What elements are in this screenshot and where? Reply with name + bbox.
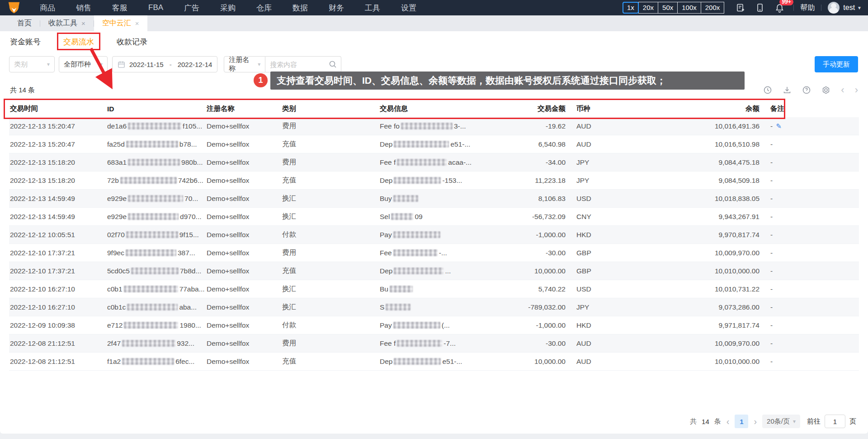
zoom-button-50x[interactable]: 50x [658, 2, 678, 14]
page-size-select[interactable]: 20条/页 ▾ [762, 415, 800, 428]
category-select[interactable]: 类别 ▾ [9, 56, 55, 72]
notifications-bell-icon[interactable]: 99+ [774, 2, 785, 13]
username: test [843, 4, 855, 12]
cell-info: Bu [379, 285, 493, 293]
id-suffix: 70... [184, 195, 198, 202]
settings-icon[interactable] [821, 86, 830, 95]
zoom-button-100x[interactable]: 100x [677, 2, 701, 14]
table-toolbar: ‹ › [763, 86, 858, 95]
id-suffix: 387... [178, 249, 195, 257]
user-menu[interactable]: test ▼ [843, 4, 862, 12]
nav-item[interactable]: 财务 [329, 3, 344, 13]
top-nav: 商品销售客服FBA广告采购仓库数据财务工具设置 1x20x50x100x200x… [0, 0, 868, 15]
cell-register-name: Demo+sellfox [206, 213, 281, 221]
total-count: 14 [702, 418, 709, 425]
nav-item[interactable]: 销售 [76, 3, 91, 13]
sellfox-logo-icon[interactable] [7, 1, 21, 14]
cell-info: Fee f-7... [379, 339, 493, 348]
help-link[interactable]: 帮助 [800, 3, 815, 13]
info-prefix: Fee [380, 249, 392, 257]
cell-register-name: Demo+sellfox [206, 140, 281, 148]
redacted-text [393, 231, 440, 238]
info-prefix: Sel [380, 213, 390, 220]
id-prefix: e712 [107, 321, 123, 329]
cell-info: Fee facaa-... [379, 158, 493, 167]
summary-bar: 共 14 条 ‹ › [10, 83, 858, 97]
zoom-button-20x[interactable]: 20x [638, 2, 658, 14]
cell-note: - [760, 303, 859, 311]
nav-item[interactable]: 采购 [220, 3, 236, 13]
info-prefix: Pay [380, 321, 392, 329]
table-row: 2022-12-10 17:37:219f9ec387...Demo+sellf… [9, 244, 859, 262]
tab-label: 收款工具 [48, 19, 77, 28]
subtab-transaction-flow[interactable]: 交易流水 [63, 37, 94, 47]
subtab-funds-account[interactable]: 资金账号 [10, 37, 41, 47]
tab-airwallex[interactable]: 空中云汇× [94, 15, 147, 31]
nav-item[interactable]: 客服 [112, 3, 127, 13]
transactions-table: 交易时间ID注册名称类别交易信息交易金额币种余额备注 2022-12-13 15… [9, 100, 859, 371]
nav-item[interactable]: 数据 [292, 3, 308, 13]
cell-balance: 10,010,000.00 [621, 267, 760, 275]
redacted-text [386, 304, 410, 310]
cell-amount: 8,106.83 [493, 195, 566, 203]
register-name-select[interactable]: 注册名称 ▾ [224, 56, 265, 72]
history-icon[interactable] [763, 86, 772, 95]
cell-id: fa25db78... [106, 140, 206, 148]
nav-item[interactable]: 广告 [184, 3, 199, 13]
cell-id: e7121980... [106, 321, 206, 329]
table-row: 2022-12-13 15:20:47fa25db78...Demo+sellf… [9, 135, 859, 153]
zoom-button-1x[interactable]: 1x [623, 2, 639, 14]
goto-page-input[interactable] [825, 415, 845, 428]
mobile-app-icon[interactable] [755, 2, 765, 13]
next-page-icon[interactable]: › [752, 418, 758, 425]
redacted-text [126, 249, 176, 256]
id-suffix: 980b... [181, 158, 203, 166]
date-range-picker[interactable]: 2022-11-15 - 2022-12-14 [112, 56, 217, 72]
current-page-button[interactable]: 1 [735, 415, 748, 428]
help-icon[interactable] [802, 86, 811, 95]
download-icon[interactable] [783, 86, 792, 95]
page-next-icon[interactable]: › [855, 86, 858, 94]
nav-item[interactable]: 工具 [365, 3, 380, 13]
tab-home[interactable]: 首页 [9, 15, 40, 31]
info-suffix: 09 [415, 213, 422, 220]
info-prefix: Pay [380, 231, 392, 239]
zoom-button-200x[interactable]: 200x [701, 2, 725, 14]
currency-select[interactable]: 全部币种 ▾ [59, 56, 108, 72]
redacted-text [128, 195, 183, 202]
cell-info: Dep... [379, 267, 493, 275]
cell-balance: 10,009,970.00 [621, 249, 760, 257]
prev-page-icon[interactable]: ‹ [725, 418, 731, 425]
cell-time: 2022-12-13 15:20:47 [9, 122, 106, 130]
manual-update-button[interactable]: 手动更新 [815, 56, 858, 72]
edit-note-icon[interactable]: ✎ [776, 122, 782, 130]
cell-info: Buy [379, 195, 493, 203]
cell-id: de1a6f105... [106, 122, 206, 130]
user-avatar[interactable] [828, 2, 840, 14]
nav-item[interactable]: 商品 [40, 3, 55, 13]
nav-item[interactable]: 设置 [401, 3, 416, 13]
feedback-form-icon[interactable] [735, 2, 746, 13]
cell-currency: HKD [566, 231, 621, 239]
date-separator: - [170, 61, 172, 68]
page-prev-icon[interactable]: ‹ [841, 86, 844, 94]
cell-amount: 10,000.00 [493, 267, 566, 275]
nav-item[interactable]: 仓库 [256, 3, 272, 13]
currency-value: 全部币种 [64, 60, 91, 69]
cell-note: - [760, 285, 859, 293]
cell-register-name: Demo+sellfox [206, 231, 281, 239]
redacted-text [401, 123, 453, 129]
subtab-collection-records[interactable]: 收款记录 [117, 37, 147, 47]
cell-type: 充值 [281, 176, 379, 185]
tab-payment-tools[interactable]: 收款工具× [40, 15, 94, 31]
close-icon[interactable]: × [81, 19, 85, 27]
table-row: 2022-12-13 15:18:20683a1980b...Demo+sell… [9, 153, 859, 172]
search-icon[interactable] [329, 60, 337, 68]
nav-item[interactable]: FBA [148, 3, 163, 12]
cell-id: f1a26fec... [106, 358, 206, 366]
cell-amount: -30.00 [493, 249, 566, 257]
cell-id: 683a1980b... [106, 158, 206, 167]
table-header-row: 交易时间ID注册名称类别交易信息交易金额币种余额备注 [9, 100, 859, 117]
close-icon[interactable]: × [135, 19, 139, 27]
cell-info: Pay [379, 231, 493, 239]
